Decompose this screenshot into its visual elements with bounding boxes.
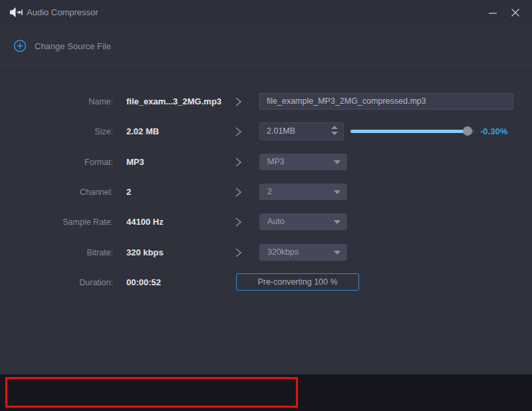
output-name-input[interactable]: file_example_MP3_2MG_compressed.mp3	[259, 93, 513, 110]
size-slider-thumb[interactable]	[463, 126, 472, 136]
row-format: Format: MP3 MP3	[0, 153, 532, 172]
duration-source-value: 00:00:52	[126, 273, 161, 292]
pre-converting-button[interactable]: Pre-converting 100 %	[236, 273, 359, 291]
source-bar: Change Source File	[0, 25, 532, 66]
chevron-right-icon	[235, 126, 242, 137]
size-slider[interactable]	[350, 126, 474, 136]
row-name: Name: file_exam...3_2MG.mp3 file_example…	[0, 92, 532, 111]
size-percent-value: -0.30%	[480, 122, 507, 141]
window-title: Audio Compressor	[27, 0, 98, 25]
sample-rate-dropdown[interactable]: Auto	[259, 213, 347, 230]
channel-dropdown[interactable]: 2	[259, 184, 347, 200]
plus-circle-icon	[13, 39, 27, 53]
spinner-up-icon[interactable]	[331, 126, 338, 129]
minimize-button[interactable]	[485, 6, 500, 19]
sample-rate-source-value: 44100 Hz	[126, 213, 164, 231]
chevron-down-icon	[334, 251, 340, 255]
audio-compressor-window: Audio Compressor Change Source File Name…	[0, 0, 532, 411]
row-channel: Channel: 2 2	[0, 183, 532, 202]
close-icon	[511, 8, 520, 17]
name-source-value: file_exam...3_2MG.mp3	[126, 92, 221, 111]
size-spinner[interactable]: 2.01MB	[259, 122, 344, 140]
size-slider-fill	[350, 130, 467, 133]
bitrate-dropdown[interactable]: 320kbps	[259, 244, 347, 261]
change-source-file-label: Change Source File	[35, 41, 111, 51]
spinner-down-icon[interactable]	[331, 132, 338, 135]
chevron-right-icon	[235, 247, 242, 258]
change-source-file-button[interactable]: Change Source File	[13, 35, 111, 57]
row-size: Size: 2.02 MB 2.01MB -0.30%	[0, 122, 532, 141]
chevron-right-icon	[235, 217, 242, 227]
channel-source-value: 2	[126, 183, 131, 202]
titlebar: Audio Compressor	[0, 0, 532, 25]
footer-bar: Save to: C:\Vidmore\Vidmore ...er\Audio …	[0, 374, 532, 411]
chevron-down-icon	[334, 190, 340, 194]
row-duration: Duration: 00:00:52 Pre-converting 100 %	[0, 273, 532, 292]
minimize-icon	[488, 8, 497, 17]
bitrate-source-value: 320 kbps	[126, 243, 164, 262]
row-bitrate: Bitrate: 320 kbps 320kbps	[0, 243, 532, 262]
duration-label: Duration:	[0, 273, 113, 292]
chevron-right-icon	[235, 96, 242, 107]
channel-dropdown-value: 2	[267, 187, 272, 196]
bitrate-dropdown-value: 320kbps	[267, 247, 299, 257]
chevron-right-icon	[235, 187, 242, 198]
size-label: Size:	[0, 122, 113, 141]
row-sample-rate: Sample Rate: 44100 Hz Auto	[0, 213, 532, 231]
name-label: Name:	[0, 92, 113, 111]
chevron-down-icon	[334, 220, 340, 224]
bitrate-label: Bitrate:	[0, 243, 113, 262]
chevron-down-icon	[334, 160, 340, 164]
format-label: Format:	[0, 153, 113, 172]
format-dropdown-value: MP3	[267, 157, 285, 166]
speaker-compress-icon	[9, 7, 23, 18]
close-button[interactable]	[508, 6, 523, 19]
size-source-value: 2.02 MB	[126, 122, 159, 141]
sample-rate-label: Sample Rate:	[0, 213, 113, 231]
format-source-value: MP3	[126, 153, 144, 172]
chevron-right-icon	[235, 157, 242, 168]
spinner-arrows[interactable]	[331, 126, 338, 138]
size-spinner-value: 2.01MB	[267, 126, 295, 136]
format-dropdown[interactable]: MP3	[259, 154, 347, 170]
channel-label: Channel:	[0, 183, 113, 202]
sample-rate-dropdown-value: Auto	[267, 217, 285, 226]
